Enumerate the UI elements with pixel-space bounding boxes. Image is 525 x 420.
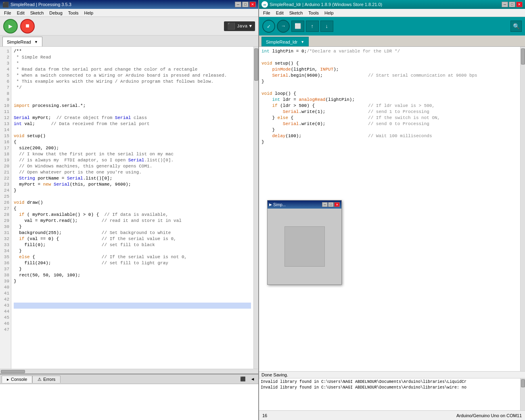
processing-console-content [0, 384, 258, 420]
processing-menu-debug[interactable]: Debug [47, 10, 65, 16]
processing-title-left: ⬛ SimpleRead | Processing 3.5.3 [2, 2, 71, 8]
preview-close-btn[interactable]: ✕ [334, 202, 340, 207]
arduino-status-bar: 16 Arduino/Genuino Uno on COM11 [259, 410, 525, 420]
arduino-title-bar: ∞ SimpleRead_ldr | Arduino 1.8.9 (Window… [259, 0, 525, 9]
processing-mode-label: Java [237, 24, 247, 29]
arduino-tab-dropdown-icon: ▼ [301, 40, 304, 44]
processing-menu-bar: File Edit Sketch Debug Tools Help [0, 9, 258, 17]
arduino-status-text: Done Saving. [261, 372, 288, 377]
processing-console-icon: ▸ [7, 377, 9, 382]
arduino-code-region: int lightPin = 0;/*Declare a variable fo… [259, 47, 525, 371]
preview-window: ▶ Simp... ─ □ ✕ [267, 200, 342, 285]
arduino-menu-sketch[interactable]: Sketch [287, 10, 305, 16]
preview-restore-btn[interactable]: □ [328, 202, 334, 207]
processing-tab-bar: SimpleRead ▼ [0, 36, 258, 47]
processing-errors-icon: ⚠ [38, 377, 42, 382]
arduino-title-left: ∞ SimpleRead_ldr | Arduino 1.8.9 (Window… [261, 1, 382, 8]
processing-menu-help[interactable]: Help [82, 10, 96, 16]
processing-title-text: SimpleRead | Processing 3.5.3 [10, 2, 71, 7]
arduino-status-right: Arduino/Genuino Uno on COM11 [456, 413, 522, 418]
arduino-open-btn[interactable]: ↑ [306, 21, 319, 32]
processing-console-icon-btn1[interactable]: ⬛ [239, 375, 247, 383]
preview-minimize-btn[interactable]: ─ [322, 202, 328, 207]
arduino-upload-btn[interactable]: → [277, 20, 290, 33]
arduino-toolbar-right: 🔍 [510, 21, 522, 32]
arduino-console-vscroll-thumb[interactable] [521, 379, 525, 387]
arduino-menu-file[interactable]: File [261, 10, 273, 16]
processing-toolbar: ▶ ■ ⬛ Java ▼ [0, 17, 258, 36]
arduino-status-line-num: 16 [262, 413, 267, 418]
processing-hscroll[interactable] [0, 369, 258, 374]
arduino-console: Invalid library found in C:\Users\NAGI A… [259, 378, 525, 410]
arduino-console-line-1: Invalid library found in C:\Users\NAGI A… [261, 379, 523, 385]
preview-title-text: Simp... [273, 203, 286, 207]
processing-hscroll-thumb[interactable] [1, 370, 25, 373]
arduino-menu-edit[interactable]: Edit [274, 10, 286, 16]
processing-restore-btn[interactable]: □ [242, 2, 249, 7]
run-icon: ▶ [8, 22, 13, 30]
arduino-save-btn[interactable]: ↓ [320, 21, 333, 32]
processing-minimize-btn[interactable]: ─ [235, 2, 241, 7]
arduino-menu-help[interactable]: Help [322, 10, 336, 16]
preview-title-bar: ▶ Simp... ─ □ ✕ [268, 201, 341, 209]
processing-bottom-tab-bar: ▸ Console ⚠ Errors ⬛ ◀ [0, 374, 258, 384]
arduino-vscroll-thumb[interactable] [521, 48, 525, 65]
arduino-tab-simpleread-ldr[interactable]: SimpleRead_ldr ▼ [261, 37, 309, 46]
preview-win-controls: ─ □ ✕ [322, 202, 340, 207]
processing-tab-simpleread[interactable]: SimpleRead ▼ [2, 37, 42, 46]
processing-menu-sketch[interactable]: Sketch [28, 10, 46, 16]
processing-console-icon-btn2[interactable]: ◀ [249, 375, 257, 383]
processing-mode-display[interactable]: ⬛ Java ▼ [224, 21, 255, 31]
processing-console-tab[interactable]: ▸ Console [2, 376, 32, 383]
processing-menu-edit[interactable]: Edit [15, 10, 27, 16]
arduino-console-vscroll[interactable] [520, 378, 525, 410]
arduino-title-text: SimpleRead_ldr | Arduino 1.8.9 (Windows … [270, 2, 382, 7]
preview-canvas [268, 209, 341, 284]
processing-toolbar-right: ⬛ Java ▼ [224, 21, 255, 31]
stop-icon: ■ [25, 23, 29, 30]
processing-code-area: 1234567891011121314151617181920212223242… [0, 47, 258, 369]
processing-close-btn[interactable]: ✕ [249, 2, 256, 7]
processing-mode-icon: ⬛ [227, 22, 235, 30]
arduino-status-text-bar: Done Saving. [259, 371, 525, 378]
processing-menu-file[interactable]: File [2, 10, 14, 16]
processing-tab-label: SimpleRead [7, 40, 31, 44]
arduino-new-btn[interactable]: ⬜ [291, 21, 304, 32]
preview-logo: ▶ [269, 203, 272, 207]
arduino-menu-tools[interactable]: Tools [306, 10, 321, 16]
processing-vscroll[interactable] [253, 47, 258, 369]
arduino-win-controls: ─ □ ✕ [502, 2, 523, 7]
arduino-toolbar: ✓ → ⬜ ↑ ↓ 🔍 [259, 17, 525, 36]
processing-code-content[interactable]: /** * Simple Read * * Read data from the… [11, 47, 253, 369]
processing-bottom-panel: ▸ Console ⚠ Errors ⬛ ◀ [0, 374, 258, 420]
processing-console-label: Console [11, 377, 27, 382]
arduino-board-info: Arduino/Genuino Uno on COM11 [456, 413, 522, 418]
processing-console-toolbar: ⬛ ◀ [239, 375, 257, 383]
arduino-minimize-btn[interactable]: ─ [502, 2, 508, 7]
preview-rect [284, 226, 325, 267]
processing-line-numbers: 1234567891011121314151617181920212223242… [0, 47, 11, 369]
processing-run-button[interactable]: ▶ [3, 19, 18, 33]
arduino-search-btn[interactable]: 🔍 [510, 21, 522, 32]
arduino-logo: ∞ [261, 1, 268, 8]
processing-errors-tab[interactable]: ⚠ Errors [32, 376, 61, 383]
processing-win-controls: ─ □ ✕ [235, 2, 256, 7]
processing-menu-tools[interactable]: Tools [66, 10, 81, 16]
arduino-tab-label: SimpleRead_ldr [266, 40, 297, 44]
processing-vscroll-thumb[interactable] [254, 48, 258, 81]
arduino-verify-btn[interactable]: ✓ [262, 20, 275, 33]
processing-errors-label: Errors [43, 377, 55, 382]
arduino-close-btn[interactable]: ✕ [516, 2, 523, 7]
processing-logo: ⬛ [2, 2, 9, 8]
arduino-window: ∞ SimpleRead_ldr | Arduino 1.8.9 (Window… [259, 0, 525, 420]
arduino-console-line-2: Invalid library found in C:\Users\NAGI A… [261, 385, 523, 391]
processing-title-bar: ⬛ SimpleRead | Processing 3.5.3 ─ □ ✕ [0, 0, 258, 9]
processing-stop-button[interactable]: ■ [20, 19, 35, 33]
arduino-menu-bar: File Edit Sketch Tools Help [259, 9, 525, 17]
arduino-vscroll[interactable] [520, 47, 525, 371]
processing-mode-dropdown-icon: ▼ [249, 24, 252, 29]
preview-title-left: ▶ Simp... [269, 203, 286, 207]
arduino-tab-bar: SimpleRead_ldr ▼ [259, 36, 525, 47]
processing-tab-dropdown-icon: ▼ [34, 40, 38, 44]
arduino-restore-btn[interactable]: □ [509, 2, 515, 7]
